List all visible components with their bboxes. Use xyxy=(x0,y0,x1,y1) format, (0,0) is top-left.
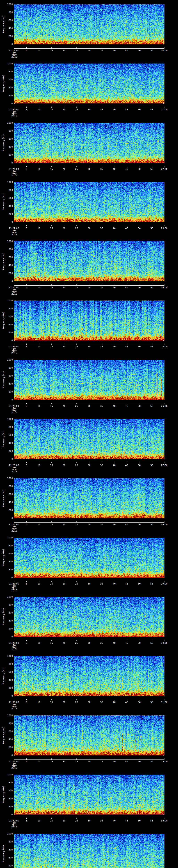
y-tick-label: 600 xyxy=(5,552,13,555)
x-major-tick xyxy=(14,166,14,167)
x-major-tick xyxy=(139,640,140,641)
x-tick-label: 40 xyxy=(113,168,116,170)
x-tick-label: 25 xyxy=(75,464,78,466)
x-major-tick xyxy=(14,106,14,107)
y-axis-label: Frequency (Hz) xyxy=(2,845,5,862)
x-tick-label: 20 xyxy=(63,642,65,644)
spectrogram-panel-6: Frequency (Hz)02004006008001000510152025… xyxy=(0,355,178,415)
x-tick-label: 50 xyxy=(138,642,141,644)
spectrogram-canvas xyxy=(14,656,164,696)
x-tick-label: 10 xyxy=(37,49,40,52)
right-axis-line xyxy=(164,597,165,637)
y-tick-label: 0 xyxy=(5,458,13,460)
x-tick-label: 35 xyxy=(100,168,103,170)
spectrogram-canvas xyxy=(14,4,164,44)
x-tick-label: 20 xyxy=(63,286,65,289)
x-tick-label: 5 xyxy=(26,819,27,822)
x-major-tick xyxy=(26,166,27,167)
x-major-tick xyxy=(139,344,140,345)
y-tick-label: 800 xyxy=(5,663,13,665)
date-label: 2015 xyxy=(11,174,17,177)
x-tick-label: 40 xyxy=(113,701,116,704)
x-tick-label: 5 xyxy=(26,523,27,526)
x-tick-label: 5 xyxy=(26,345,27,348)
y-major-tick-right xyxy=(163,340,164,341)
y-axis-label: Frequency (Hz) xyxy=(2,253,5,270)
x-tick-label: 45 xyxy=(125,286,128,289)
x-tick-label: 5 xyxy=(26,227,27,229)
x-axis-line xyxy=(14,522,165,523)
x-tick-label: 45 xyxy=(125,108,128,111)
y-tick-label: 800 xyxy=(5,248,13,250)
x-tick-label: 55 xyxy=(150,523,153,526)
x-tick-label: 40 xyxy=(113,819,116,822)
x-tick-label: 40 xyxy=(113,108,116,111)
x-major-tick xyxy=(164,48,165,49)
x-major-tick xyxy=(26,284,27,285)
x-axis-line xyxy=(14,285,165,286)
end-time-label: 21:00 xyxy=(161,108,168,111)
y-tick-label: 200 xyxy=(5,805,13,808)
x-major-tick xyxy=(164,521,165,522)
x-major-tick xyxy=(26,758,27,760)
y-major-tick-left xyxy=(14,44,15,44)
spectrogram-canvas xyxy=(14,241,164,281)
x-major-tick xyxy=(14,581,14,582)
x-axis-line xyxy=(14,760,165,760)
x-tick-label: 35 xyxy=(100,108,103,111)
x-tick-label: 55 xyxy=(150,761,153,763)
x-major-tick xyxy=(164,403,165,404)
x-tick-label: 50 xyxy=(138,761,141,763)
x-tick-label: 15 xyxy=(50,345,53,348)
x-tick-label: 50 xyxy=(138,819,141,822)
x-tick-label: 50 xyxy=(138,227,141,229)
y-tick-label: 0 xyxy=(5,221,13,223)
y-major-tick-right xyxy=(163,696,164,696)
y-axis-label: Frequency (Hz) xyxy=(2,16,5,33)
y-tick-label: 400 xyxy=(5,501,13,503)
x-tick-label: 50 xyxy=(138,583,141,585)
x-major-tick xyxy=(152,166,152,167)
y-major-tick-left xyxy=(14,814,15,815)
x-tick-label: 25 xyxy=(75,286,78,289)
x-major-tick xyxy=(139,521,140,522)
x-tick-label: 40 xyxy=(113,49,116,52)
y-tick-label: 800 xyxy=(5,189,13,191)
x-major-tick xyxy=(164,225,165,226)
date-label: 2015 xyxy=(11,767,17,769)
y-tick-label: 1000 xyxy=(5,596,13,598)
x-tick-label: 55 xyxy=(150,345,153,348)
right-axis-line xyxy=(164,478,165,518)
x-tick-label: 35 xyxy=(100,701,103,704)
x-tick-label: 50 xyxy=(138,49,141,52)
y-axis-label: Frequency (Hz) xyxy=(2,312,5,329)
x-major-tick xyxy=(139,166,140,167)
x-tick-label: 55 xyxy=(150,49,153,52)
date-label: 2015 xyxy=(11,411,17,414)
end-time-label: 20:00 xyxy=(161,49,168,52)
y-tick-label: 1000 xyxy=(5,418,13,420)
x-tick-label: 40 xyxy=(113,583,116,585)
x-tick-label: 25 xyxy=(75,583,78,585)
x-tick-label: 15 xyxy=(50,642,53,644)
x-tick-label: 10 xyxy=(37,761,40,763)
y-tick-label: 1000 xyxy=(5,3,13,5)
x-tick-label: 55 xyxy=(150,405,153,407)
x-tick-label: 30 xyxy=(88,108,91,111)
y-axis-label: Frequency (Hz) xyxy=(2,193,5,211)
x-tick-label: 45 xyxy=(125,761,128,763)
x-tick-label: 35 xyxy=(100,405,103,407)
y-tick-label: 800 xyxy=(5,545,13,547)
y-tick-label: 0 xyxy=(5,102,13,105)
right-axis-line xyxy=(164,64,165,103)
spectrogram-canvas xyxy=(14,419,164,459)
y-tick-label: 400 xyxy=(5,86,13,89)
x-tick-label: 5 xyxy=(26,49,27,52)
x-major-tick xyxy=(14,403,14,404)
x-major-tick xyxy=(26,225,27,226)
y-tick-label: 800 xyxy=(5,781,13,784)
x-tick-label: 30 xyxy=(88,819,91,822)
right-axis-line xyxy=(164,123,165,163)
x-tick-label: 10 xyxy=(37,405,40,407)
end-time-label: 23:00 xyxy=(161,227,168,229)
